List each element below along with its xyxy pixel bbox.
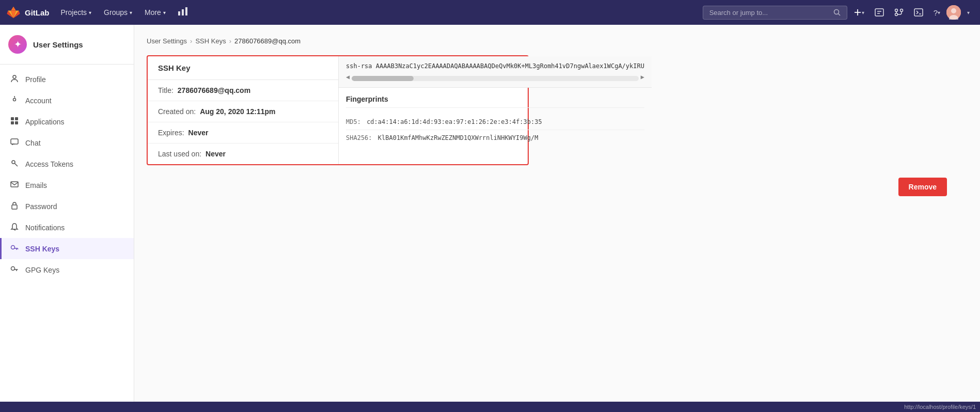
sidebar-item-label-account: Account [25,97,52,105]
brand-name: GitLab [25,8,50,17]
fp-md5-value: cd:a4:14:a6:1d:4d:93:ea:97:e1:26:2e:e3:4… [367,118,542,125]
nav-add-btn[interactable]: ▾ [849,5,868,20]
sidebar-item-emails[interactable]: Emails [0,175,134,196]
ssh-key-header: SSH Key [148,56,338,80]
sidebar-item-account[interactable]: Account [0,90,134,111]
sidebar-item-label-chat: Chat [25,139,41,147]
sidebar-item-profile[interactable]: Profile [0,69,134,90]
sidebar-item-access-tokens[interactable]: Access Tokens [0,153,134,175]
ssh-key-scrollbar-thumb [352,76,414,81]
breadcrumb-sep-1: › [190,37,192,45]
help-icon: ? [934,8,938,17]
svg-point-21 [13,99,16,101]
svg-rect-25 [15,121,18,124]
sidebar-item-chat[interactable]: Chat [0,132,134,153]
ssh-detail-card: SSH Key Title: 2786076689@qq.com Created… [147,55,529,165]
svg-rect-1 [182,9,184,15]
svg-rect-22 [11,117,14,120]
svg-rect-2 [185,7,187,15]
gpg-keys-icon [10,265,19,275]
status-bar: http://localhost/profile/keys/1 [0,402,980,412]
sidebar-item-label-access-tokens: Access Tokens [25,160,73,168]
nav-projects-btn[interactable]: Projects ▾ [56,5,97,20]
sidebar-item-ssh-keys[interactable]: SSH Keys [0,238,134,259]
scroll-right-arrow[interactable]: ▶ [641,73,644,81]
search-icon [833,9,841,16]
ssh-key-expires-row: Expires: Never [148,122,338,144]
sidebar-item-password[interactable]: Password [0,196,134,217]
user-avatar[interactable] [946,5,961,20]
sidebar-header: ✦ User Settings [0,25,134,65]
fingerprints-section: Fingerprints MD5: cd:a4:14:a6:1d:4d:93:e… [339,88,652,164]
status-url: http://localhost/profile/keys/1 [904,404,976,410]
chat-icon [10,138,19,148]
sidebar-item-notifications[interactable]: Notifications [0,217,134,238]
fingerprint-md5: MD5: cd:a4:14:a6:1d:4d:93:ea:97:e1:26:2e… [346,114,644,130]
scroll-left-arrow[interactable]: ◀ [346,73,350,81]
notifications-icon [10,223,19,232]
page-layout: ✦ User Settings Profile Acco [0,25,980,412]
svg-point-10 [895,9,897,12]
nav-issues-btn[interactable] [910,5,927,20]
nav-help-btn[interactable]: ? ▾ [929,5,944,20]
nav-chart-btn[interactable] [173,4,193,21]
svg-rect-30 [12,205,17,209]
svg-rect-29 [11,182,18,187]
svg-point-20 [13,75,16,78]
nav-more-btn[interactable]: More ▾ [139,5,171,20]
breadcrumb: User Settings › SSH Keys › 2786076689@qq… [147,37,968,45]
ssh-created-label: Created on: [158,107,196,116]
ssh-key-title-row: Title: 2786076689@qq.com [148,80,338,101]
breadcrumb-user-settings[interactable]: User Settings [147,37,187,45]
ssh-key-last-used-row: Last used on: Never [148,144,338,164]
nav-avatar-caret[interactable]: ▾ [963,7,974,19]
svg-rect-7 [875,9,883,16]
ssh-expires-value: Never [188,129,209,137]
fp-sha256-value: KlBA01KmfAMhwKzRwZEZNMD1QXWrrnliNHKWYI9W… [378,134,539,141]
sidebar-item-label-emails: Emails [25,181,47,189]
svg-point-27 [12,161,15,164]
applications-icon [10,117,19,126]
svg-point-11 [900,9,903,12]
account-icon [10,96,19,105]
avatar-caret-icon: ▾ [967,10,970,15]
nav-mr-btn[interactable] [890,5,908,20]
ssh-title-label: Title: [158,86,173,94]
breadcrumb-ssh-keys[interactable]: SSH Keys [195,37,226,45]
sidebar-item-label-gpg-keys: GPG Keys [25,266,59,274]
search-placeholder: Search or jump to... [709,9,829,17]
svg-line-28 [15,164,18,167]
ssh-last-used-label: Last used on: [158,150,201,158]
search-box[interactable]: Search or jump to... [703,6,847,20]
fingerprint-sha256: SHA256: KlBA01KmfAMhwKzRwZEZNMD1QXWrrnli… [346,130,644,146]
ssh-key-scrollbar[interactable] [352,76,639,81]
svg-rect-23 [15,117,18,120]
sidebar-nav: Profile Account Applications [0,65,134,284]
nav-todo-btn[interactable] [871,5,888,20]
fp-sha256-label: SHA256: [346,134,372,141]
fingerprints-title: Fingerprints [346,95,644,108]
sidebar-item-label-ssh-keys: SSH Keys [25,245,59,253]
emails-icon [10,180,19,190]
sidebar-item-gpg-keys[interactable]: GPG Keys [0,259,134,280]
ssh-key-text: ssh-rsa AAAAB3NzaC1yc2EAAAADAQABAAAABAQD… [339,56,652,88]
more-caret-icon: ▾ [163,10,166,15]
ssh-key-left-panel: SSH Key Title: 2786076689@qq.com Created… [148,56,339,164]
ssh-key-value: ssh-rsa AAAAB3NzaC1yc2EAAAADAQABAAAABAQD… [346,62,644,70]
access-tokens-icon [10,159,19,169]
ssh-key-right-panel: ssh-rsa AAAAB3NzaC1yc2EAAAADAQABAAAABAQD… [339,56,652,164]
password-icon [10,201,19,211]
svg-rect-24 [11,121,14,124]
top-navigation: GitLab Projects ▾ Groups ▾ More ▾ Search… [0,0,980,25]
sidebar: ✦ User Settings Profile Acco [0,25,134,412]
main-content: User Settings › SSH Keys › 2786076689@qq… [134,25,980,412]
gitlab-logo-icon [6,5,21,20]
sidebar-avatar: ✦ [8,35,27,54]
sidebar-title: User Settings [33,40,83,49]
help-caret-icon: ▾ [938,10,940,15]
sidebar-item-applications[interactable]: Applications [0,111,134,132]
remove-button[interactable]: Remove [898,178,947,196]
nav-groups-btn[interactable]: Groups ▾ [99,5,137,20]
brand-logo[interactable]: GitLab [6,5,50,20]
sidebar-item-label-profile: Profile [25,75,46,84]
